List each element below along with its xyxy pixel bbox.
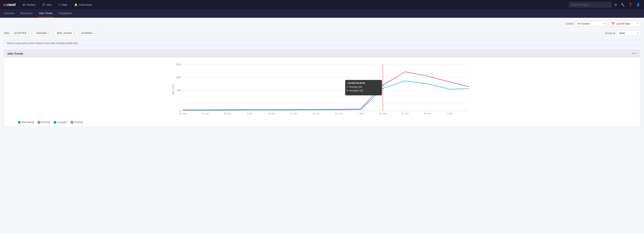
nav-clusters[interactable]: ⊞ Clusters: [22, 2, 37, 7]
nav-data[interactable]: ⬡ Data: [57, 2, 68, 7]
sub-nav: Overview Resources Jobs Trends Chargebac…: [0, 9, 644, 18]
filter-new-saving-label: NEW_SAVING: [57, 32, 72, 34]
legend-finished-label: Finished: [74, 121, 83, 124]
search-input[interactable]: [569, 2, 611, 7]
svg-text:21. Nov: 21. Nov: [402, 112, 409, 115]
filter-new-saving-remove[interactable]: ✕: [73, 32, 75, 34]
legend-new-saving-checkbox[interactable]: [18, 121, 20, 124]
legend-accepted-checkbox[interactable]: [54, 121, 56, 124]
filter-running-remove[interactable]: ✕: [94, 32, 96, 34]
chart-card: Jobs Trends ••• 1500 1000 500 0: [4, 49, 640, 127]
svg-text:1000: 1000: [176, 76, 181, 79]
clusters-icon: ⊞: [23, 3, 25, 6]
chart-svg-wrap[interactable]: 1500 1000 500 0 Job Count 12. Sep 19. Se…: [6, 61, 638, 119]
nav-right: ⊞ 🔧 ❓ 👤: [569, 2, 641, 7]
legend-finished[interactable]: Finished: [71, 121, 83, 124]
info-text: Click on any point on the charts to see …: [7, 42, 78, 45]
svg-text:11/14/22 05:30:00: 11/14/22 05:30:00: [348, 82, 365, 84]
filter-running-label: RUNNING: [82, 32, 92, 34]
group-by-select-wrap: State: [617, 30, 640, 36]
user-icon[interactable]: 👤: [636, 2, 641, 7]
filter-label: Filter: [4, 32, 10, 34]
nav-jobs-label: Jobs: [46, 3, 52, 6]
svg-text:28. Nov: 28. Nov: [424, 112, 431, 115]
tools-icon[interactable]: 🔧: [620, 2, 626, 7]
tab-jobs-trends[interactable]: Jobs Trends: [38, 9, 53, 17]
top-nav: unravel ⊞ Clusters ☰ Jobs ⬡ Data 🔔 AutoA…: [0, 0, 644, 9]
filter-accepted-remove[interactable]: ✕: [28, 32, 30, 34]
chart-header: Jobs Trends •••: [4, 50, 640, 57]
svg-text:12. Sep: 12. Sep: [179, 112, 186, 115]
chart-svg: 1500 1000 500 0 Job Count 12. Sep 19. Se…: [6, 61, 638, 119]
svg-text:Accepted: 133: Accepted: 133: [350, 89, 363, 92]
legend-new-saving[interactable]: New Saving: [18, 121, 34, 124]
svg-text:0: 0: [180, 110, 181, 112]
chart-title: Jobs Trends: [7, 52, 23, 55]
svg-text:17. Oct: 17. Oct: [290, 112, 297, 115]
svg-text:24. Oct: 24. Oct: [313, 112, 320, 115]
svg-text:26. Sep: 26. Sep: [224, 112, 231, 115]
date-range-label: Last 90 Days: [616, 22, 630, 25]
svg-text:19. Sep: 19. Sep: [202, 112, 209, 115]
autoactions-icon: 🔔: [74, 3, 78, 6]
legend-new-saving-label: New Saving: [22, 121, 34, 124]
svg-point-25: [382, 84, 384, 86]
cluster-label: Cluster: [566, 22, 574, 25]
svg-point-31: [347, 90, 348, 91]
cluster-select[interactable]: All Clusters: [575, 21, 606, 26]
filter-chip-running[interactable]: RUNNING ✕: [80, 31, 98, 35]
top-controls: Cluster All Clusters 📅 Last 90 Days ▾: [4, 21, 640, 26]
nav-autoactions[interactable]: 🔔 AutoActions: [73, 2, 93, 7]
svg-text:14. Nov: 14. Nov: [379, 112, 386, 115]
group-by-select[interactable]: State: [617, 30, 640, 36]
filter-chip-accepted[interactable]: ACCEPTED ✕: [12, 31, 32, 35]
filter-chip-finished[interactable]: FINISHED ✕: [34, 31, 52, 35]
chevron-down-icon: ▾: [637, 22, 638, 25]
data-icon: ⬡: [58, 3, 61, 6]
tab-chargeback[interactable]: Chargeback: [58, 9, 73, 17]
filter-finished-label: FINISHED: [36, 32, 47, 34]
legend-finished-checkbox[interactable]: [71, 121, 73, 124]
filter-accepted-label: ACCEPTED: [14, 32, 26, 34]
group-by-wrap: Group by State: [605, 30, 640, 36]
svg-point-29: [347, 86, 348, 88]
svg-text:Job Count: Job Count: [172, 84, 174, 95]
calendar-icon: 📅: [611, 22, 614, 25]
legend-accepted[interactable]: Accepted: [54, 121, 67, 124]
filter-row: Filter ACCEPTED ✕ FINISHED ✕ NEW_SAVING …: [4, 28, 640, 38]
main-content: Cluster All Clusters 📅 Last 90 Days ▾ Fi…: [0, 18, 644, 130]
legend-running[interactable]: Running: [38, 121, 50, 124]
svg-text:1500: 1500: [176, 63, 181, 66]
nav-data-label: Data: [62, 3, 67, 6]
legend-accepted-label: Accepted: [57, 121, 67, 124]
svg-text:Running: 283: Running: 283: [350, 86, 362, 88]
svg-point-26: [382, 87, 384, 89]
svg-text:5. Dec: 5. Dec: [446, 112, 453, 115]
help-icon[interactable]: ❓: [628, 2, 633, 7]
filter-chip-new-saving[interactable]: NEW_SAVING ✕: [54, 31, 77, 35]
info-bar: Click on any point on the charts to see …: [4, 40, 640, 46]
chart-more-button[interactable]: •••: [632, 51, 637, 56]
legend-running-label: Running: [41, 121, 50, 124]
legend-running-checkbox[interactable]: [38, 121, 40, 124]
nav-clusters-label: Clusters: [26, 3, 36, 6]
group-by-label: Group by: [605, 32, 616, 34]
chart-legend: New Saving Running Accepted Finished: [6, 119, 638, 124]
tab-resources[interactable]: Resources: [20, 9, 33, 17]
cluster-control: Cluster All Clusters: [566, 21, 606, 26]
svg-text:3. Oct: 3. Oct: [246, 112, 252, 115]
date-range-picker[interactable]: 📅 Last 90 Days ▾: [609, 21, 640, 26]
nav-autoactions-label: AutoActions: [79, 3, 92, 6]
cluster-select-wrap: All Clusters: [575, 21, 606, 26]
nav-jobs[interactable]: ☰ Jobs: [41, 2, 52, 7]
svg-text:500: 500: [177, 89, 181, 92]
svg-text:10. Oct: 10. Oct: [268, 112, 275, 115]
filter-finished-remove[interactable]: ✕: [48, 32, 50, 34]
apps-grid-icon[interactable]: ⊞: [614, 2, 618, 7]
tab-overview[interactable]: Overview: [3, 9, 15, 17]
svg-text:7. Nov: 7. Nov: [358, 112, 364, 115]
jobs-icon: ☰: [42, 3, 45, 6]
chart-body: 1500 1000 500 0 Job Count 12. Sep 19. Se…: [4, 57, 640, 127]
logo: unravel: [3, 2, 16, 7]
svg-text:31. Oct: 31. Oct: [335, 112, 342, 115]
